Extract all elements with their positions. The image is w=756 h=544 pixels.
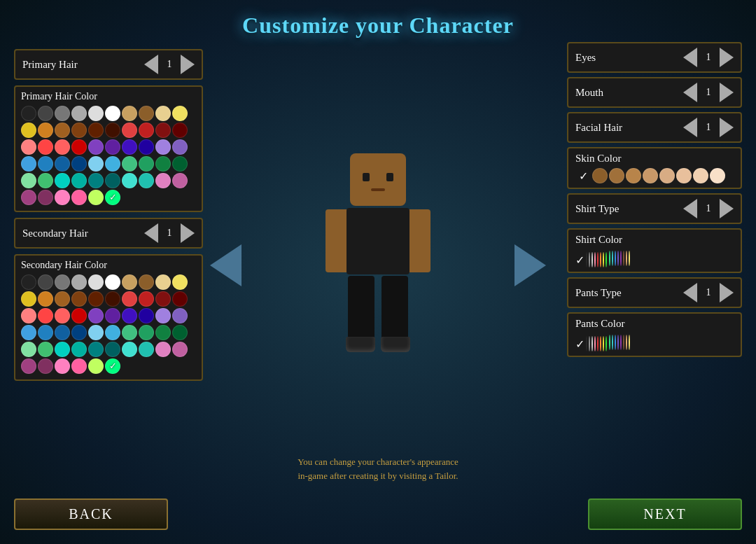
color-swatch[interactable]	[172, 325, 188, 340]
color-swatch[interactable]	[592, 336, 593, 351]
color-swatch[interactable]	[612, 251, 613, 266]
color-swatch[interactable]	[659, 168, 675, 183]
color-swatch[interactable]	[643, 168, 658, 183]
color-swatch[interactable]	[105, 308, 120, 323]
color-swatch[interactable]	[139, 291, 154, 307]
color-swatch[interactable]	[139, 106, 154, 121]
shirt-type-next[interactable]	[720, 199, 734, 218]
color-swatch[interactable]	[38, 342, 53, 357]
color-swatch[interactable]	[21, 274, 36, 290]
color-swatch[interactable]	[88, 173, 104, 188]
color-swatch[interactable]	[55, 106, 70, 121]
color-swatch[interactable]	[38, 106, 53, 121]
pants-type-next[interactable]	[720, 283, 734, 302]
secondary-hair-prev[interactable]	[144, 223, 158, 243]
color-swatch[interactable]	[38, 173, 53, 188]
color-swatch[interactable]	[122, 308, 137, 323]
color-swatch[interactable]	[597, 252, 598, 267]
color-swatch[interactable]	[71, 106, 87, 121]
color-swatch[interactable]	[626, 251, 627, 266]
color-swatch[interactable]	[620, 335, 622, 350]
color-swatch[interactable]	[38, 325, 53, 340]
color-swatch[interactable]	[38, 190, 53, 205]
color-swatch[interactable]	[55, 325, 70, 340]
color-swatch[interactable]	[139, 139, 154, 155]
color-swatch[interactable]	[617, 335, 619, 350]
color-swatch[interactable]	[617, 251, 619, 266]
color-swatch[interactable]	[139, 342, 154, 357]
color-swatch[interactable]	[21, 358, 36, 374]
color-swatch[interactable]	[88, 291, 104, 307]
color-swatch[interactable]	[155, 139, 171, 155]
color-swatch[interactable]	[38, 308, 53, 323]
color-swatch[interactable]	[55, 156, 70, 172]
color-swatch[interactable]	[710, 168, 725, 183]
color-swatch[interactable]	[55, 358, 70, 374]
color-swatch[interactable]	[586, 252, 587, 267]
color-swatch[interactable]	[172, 342, 188, 357]
color-swatch[interactable]	[676, 168, 692, 183]
color-swatch[interactable]	[105, 190, 120, 205]
color-swatch[interactable]	[55, 291, 70, 307]
color-swatch[interactable]	[172, 308, 188, 323]
color-swatch[interactable]	[38, 123, 53, 138]
color-swatch[interactable]	[105, 139, 120, 155]
color-swatch[interactable]	[38, 274, 53, 290]
mouth-next[interactable]	[720, 83, 734, 102]
color-swatch[interactable]	[589, 252, 590, 267]
color-swatch[interactable]	[626, 168, 641, 183]
color-swatch[interactable]	[55, 308, 70, 323]
color-swatch[interactable]	[155, 274, 171, 290]
color-swatch[interactable]	[122, 325, 137, 340]
color-swatch[interactable]	[600, 336, 601, 351]
eyes-next[interactable]	[720, 48, 734, 67]
color-swatch[interactable]	[71, 291, 87, 307]
color-swatch[interactable]	[21, 325, 36, 340]
color-swatch[interactable]	[155, 308, 171, 323]
color-swatch[interactable]	[21, 156, 36, 172]
color-swatch[interactable]	[71, 358, 87, 374]
color-swatch[interactable]	[139, 325, 154, 340]
color-swatch[interactable]	[55, 274, 70, 290]
color-swatch[interactable]	[155, 173, 171, 188]
color-swatch[interactable]	[623, 251, 624, 266]
color-swatch[interactable]	[139, 156, 154, 172]
color-swatch[interactable]	[629, 251, 630, 266]
pants-type-prev[interactable]	[683, 283, 697, 302]
primary-hair-next[interactable]	[181, 55, 195, 74]
color-swatch[interactable]	[122, 342, 137, 357]
color-swatch[interactable]	[105, 358, 120, 374]
color-swatch[interactable]	[105, 123, 120, 138]
color-swatch[interactable]	[122, 156, 137, 172]
eyes-prev[interactable]	[683, 48, 697, 67]
color-swatch[interactable]	[172, 173, 188, 188]
color-swatch[interactable]	[122, 291, 137, 307]
color-swatch[interactable]	[105, 342, 120, 357]
color-swatch[interactable]	[592, 168, 608, 183]
primary-hair-prev[interactable]	[144, 55, 158, 74]
rotate-right-button[interactable]	[514, 244, 546, 286]
color-swatch[interactable]	[55, 190, 70, 205]
color-swatch[interactable]	[71, 325, 87, 340]
shirt-type-prev[interactable]	[683, 199, 697, 218]
color-swatch[interactable]	[693, 168, 708, 183]
color-swatch[interactable]	[38, 358, 53, 374]
color-swatch[interactable]	[155, 106, 171, 121]
color-swatch[interactable]	[71, 342, 87, 357]
color-swatch[interactable]	[55, 173, 70, 188]
color-swatch[interactable]	[172, 106, 188, 121]
mouth-prev[interactable]	[683, 83, 697, 102]
color-swatch[interactable]	[38, 156, 53, 172]
facial-hair-prev[interactable]	[683, 118, 697, 137]
color-swatch[interactable]	[612, 335, 613, 350]
color-swatch[interactable]	[71, 156, 87, 172]
color-swatch[interactable]	[594, 252, 596, 267]
color-swatch[interactable]	[155, 156, 171, 172]
color-swatch[interactable]	[155, 291, 171, 307]
color-swatch[interactable]	[21, 123, 36, 138]
color-swatch[interactable]	[122, 274, 137, 290]
color-swatch[interactable]	[172, 139, 188, 155]
color-swatch[interactable]	[122, 139, 137, 155]
color-swatch[interactable]	[172, 274, 188, 290]
color-swatch[interactable]	[629, 335, 630, 350]
